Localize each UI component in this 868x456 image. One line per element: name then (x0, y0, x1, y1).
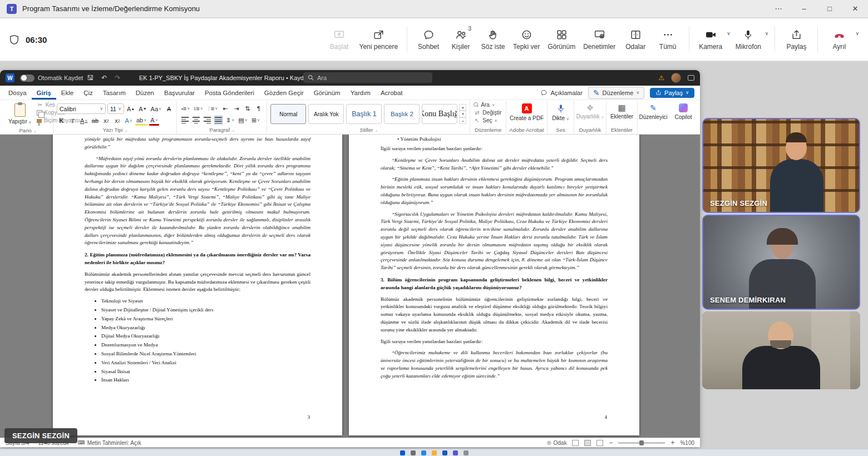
titlebar-more-button[interactable]: ⋯ (766, 0, 791, 18)
ribbon-tab[interactable]: Görünüm (309, 86, 346, 100)
style-heading2[interactable]: Başlık 2 (384, 104, 420, 124)
ribbon-tab[interactable]: Düzen (131, 86, 159, 100)
microphone-chevron-icon[interactable]: ∨ (765, 26, 770, 36)
page-4-text[interactable]: Yönetim Psikolojisiİlgili soruya verilen… (349, 135, 639, 435)
font-size-select[interactable]: 11∨ (107, 103, 124, 114)
paste-button[interactable]: Yapıştır ∨ (6, 102, 34, 127)
ribbon-tab[interactable]: Acrobat (376, 86, 408, 100)
replace-button[interactable]: ⇄ Değiştir (474, 110, 501, 116)
document-canvas[interactable]: yönüyle güçlü bir müfredata sahip progra… (0, 135, 700, 438)
redo-icon[interactable]: ↷ (115, 74, 120, 82)
styles-gallery-more[interactable]: ≂ (459, 117, 466, 124)
ribbon-tab[interactable]: Başvurular (159, 86, 200, 100)
people-button[interactable]: 3 Kişiler (445, 26, 477, 53)
superscript-button[interactable]: x2 (112, 116, 122, 126)
decrease-indent-button[interactable]: ⇤ (220, 103, 230, 113)
strikethrough-button[interactable]: ab (90, 116, 100, 126)
maximize-button[interactable]: □ (817, 0, 842, 18)
highlight-color-button[interactable]: ab∨ (135, 116, 147, 126)
align-center-button[interactable] (191, 115, 201, 125)
clear-formatting-button[interactable]: A (164, 104, 174, 114)
editor-button[interactable]: ✎ Düzenleyici (636, 102, 670, 122)
shrink-font-button[interactable]: A▼ (137, 104, 147, 114)
ribbon-tab[interactable]: Gözden Geçir (259, 86, 309, 100)
text-effects-button[interactable]: A∨ (124, 116, 133, 126)
leave-chevron-icon[interactable]: ∨ (855, 26, 860, 36)
align-right-button[interactable] (203, 115, 212, 125)
show-paragraph-marks-button[interactable]: ¶ (254, 103, 263, 113)
comments-button[interactable]: Açıklamalar (540, 89, 582, 96)
zoom-in-button[interactable]: + (670, 439, 674, 446)
raise-hand-button[interactable]: Söz iste (477, 26, 509, 53)
save-icon[interactable]: 🖫 (87, 74, 93, 82)
shading-button[interactable]: ▤∨ (237, 115, 249, 125)
camera-chevron-icon[interactable]: ∨ (727, 26, 732, 36)
editing-mode-dropdown[interactable]: ✎ Düzenleme ∨ (588, 87, 644, 99)
taskbar-app-icon[interactable] (421, 450, 426, 455)
grow-font-button[interactable]: A▲ (126, 104, 136, 114)
microphone-button[interactable]: Mikrofon (732, 26, 765, 53)
select-button[interactable]: ↖ Seç∨ (474, 117, 501, 123)
document-page-4[interactable]: Yönetim Psikolojisiİlgili soruya verilen… (349, 135, 639, 435)
taskbar-word-icon[interactable] (442, 450, 447, 455)
dialog-launcher-icon[interactable]: ⌟ (375, 127, 377, 132)
text-predictions-indicator[interactable]: ⌨ Metin Tahminleri: Açık (78, 440, 141, 446)
multilevel-list-button[interactable]: ⋮≡∨ (206, 103, 219, 113)
share-button[interactable]: Paylaş (780, 26, 812, 53)
bullet-list-button[interactable]: •≡∨ (180, 103, 191, 113)
ribbon-tab[interactable]: Giriş (32, 86, 56, 100)
minimize-button[interactable]: – (791, 0, 817, 18)
zoom-level[interactable]: %100 (680, 440, 694, 446)
zoom-out-button[interactable]: − (609, 439, 613, 446)
participant-tile-3[interactable] (702, 311, 860, 389)
underline-button[interactable]: A∨ (79, 116, 88, 126)
taskbar-start-icon[interactable] (400, 450, 405, 455)
style-heading1[interactable]: Başlık 1 (346, 104, 382, 124)
controls-button[interactable]: Denetimler (579, 26, 619, 53)
zoom-slider[interactable] (618, 442, 665, 444)
ribbon-tab[interactable]: Çiz (78, 86, 98, 100)
style-normal[interactable]: Normal (270, 104, 306, 124)
camera-button[interactable]: Kamera (694, 26, 727, 53)
find-button[interactable]: Ara∨ (474, 102, 501, 108)
align-left-button[interactable] (180, 115, 190, 125)
web-layout-button[interactable] (596, 440, 603, 446)
create-pdf-button[interactable]: A Create a PDF (507, 102, 546, 123)
sort-button[interactable]: ⇅ (243, 103, 252, 113)
bold-button[interactable]: K (57, 116, 66, 126)
word-search-box[interactable]: Ara (303, 72, 432, 83)
style-title[interactable]: Konu Başlığı (422, 104, 457, 124)
undo-icon[interactable]: ↶ (101, 74, 107, 82)
new-window-button[interactable]: Yeni pencere (355, 26, 402, 53)
dialog-launcher-icon[interactable]: ⌟ (34, 128, 36, 133)
ribbon-tab[interactable]: Posta Gönderileri (200, 86, 259, 100)
participant-tile-2[interactable]: SENEM DEMİRKIRAN (702, 215, 860, 310)
taskbar-app-icon[interactable] (463, 450, 468, 455)
focus-mode-button[interactable]: ◎ Odak (547, 440, 567, 446)
change-case-button[interactable]: Aa∨ (150, 104, 163, 114)
view-button[interactable]: Görünüm (544, 26, 579, 53)
dialog-launcher-icon[interactable]: ⌟ (125, 127, 127, 132)
zoom-slider-thumb[interactable] (639, 440, 644, 445)
react-button[interactable]: Tepki ver (509, 26, 544, 53)
ribbon-tab[interactable]: Yardım (346, 86, 376, 100)
ribbon-tab[interactable]: Ekle (56, 86, 78, 100)
dialog-launcher-icon[interactable]: ⌟ (232, 127, 234, 132)
word-share-button[interactable]: Paylaş ∨ (650, 88, 694, 98)
font-color-button[interactable]: A∨ (149, 116, 159, 126)
styles-scroll-down[interactable]: ▼ (459, 111, 466, 117)
print-layout-button[interactable] (584, 440, 591, 446)
warning-icon[interactable]: ⚠ (658, 74, 664, 82)
increase-indent-button[interactable]: ⇥ (231, 103, 241, 113)
account-avatar[interactable] (671, 73, 681, 83)
addins-button[interactable]: ▦ Eklentiler (608, 102, 636, 122)
chat-button[interactable]: Sohbet (412, 26, 445, 53)
close-button[interactable]: ✕ (842, 0, 868, 18)
italic-button[interactable]: T (68, 116, 77, 126)
taskbar-teams-icon[interactable] (453, 450, 458, 455)
style-no-spacing[interactable]: Aralık Yok (308, 104, 344, 124)
taskbar-search-icon[interactable] (411, 450, 416, 455)
rooms-button[interactable]: Odalar (619, 26, 652, 53)
taskbar-folder-icon[interactable] (432, 450, 437, 455)
ribbon-tab[interactable]: Dosya (3, 86, 32, 100)
